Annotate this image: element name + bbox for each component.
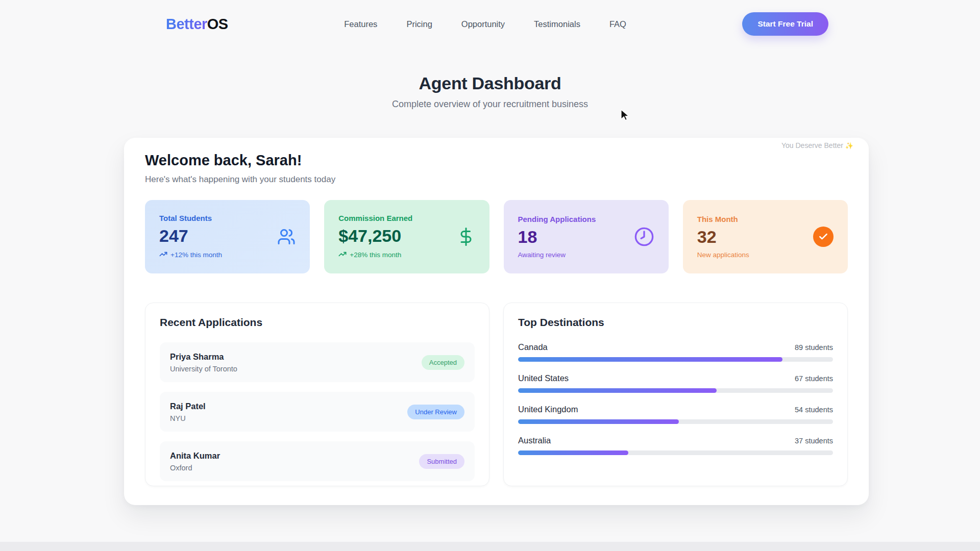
stat-sub: New applications bbox=[697, 251, 749, 259]
stat-label: Total Students bbox=[159, 214, 222, 222]
top-nav: BetterOS Features Pricing Opportunity Te… bbox=[0, 0, 980, 48]
applicant-school: NYU bbox=[170, 414, 206, 422]
nav-features[interactable]: Features bbox=[344, 19, 377, 29]
hero-section: Agent Dashboard Complete overview of you… bbox=[0, 73, 980, 110]
tagline: You Deserve Better ✨ bbox=[781, 141, 853, 149]
stat-sub: +28% this month bbox=[338, 250, 412, 260]
applicant-name: Anita Kumar bbox=[170, 451, 220, 461]
destination-country: Canada bbox=[518, 342, 548, 352]
nav-opportunity[interactable]: Opportunity bbox=[461, 19, 505, 29]
progress-track bbox=[518, 388, 833, 393]
destination-count: 37 students bbox=[795, 437, 833, 445]
trending-up-icon bbox=[159, 250, 167, 260]
application-row: Anita Kumar Oxford Submitted bbox=[160, 441, 475, 481]
stat-label: This Month bbox=[697, 215, 749, 223]
progress-fill bbox=[518, 357, 782, 362]
application-row: Raj Patel NYU Under Review bbox=[160, 392, 475, 432]
welcome-subtitle: Here's what's happening with your studen… bbox=[145, 174, 848, 185]
stat-card-this-month: This Month 32 New applications bbox=[683, 200, 848, 273]
main-nav: Features Pricing Opportunity Testimonial… bbox=[344, 19, 626, 29]
tagline-text: You Deserve Better bbox=[781, 141, 843, 149]
top-destinations-title: Top Destinations bbox=[518, 316, 833, 329]
nav-faq[interactable]: FAQ bbox=[609, 19, 626, 29]
check-circle-icon bbox=[813, 227, 834, 247]
application-row: Priya Sharma University of Toronto Accep… bbox=[160, 342, 475, 382]
panels-row: Recent Applications Priya Sharma Univers… bbox=[145, 303, 848, 486]
progress-fill bbox=[518, 450, 628, 455]
destination-count: 89 students bbox=[795, 343, 833, 352]
progress-fill bbox=[518, 388, 717, 393]
welcome-title: Welcome back, Sarah! bbox=[145, 152, 848, 169]
destination-country: Australia bbox=[518, 436, 551, 445]
applicant-name: Priya Sharma bbox=[170, 352, 237, 362]
progress-fill bbox=[518, 419, 679, 424]
stat-sub: Awaiting review bbox=[518, 251, 596, 259]
stat-value: 32 bbox=[697, 227, 749, 247]
stat-value: 18 bbox=[518, 227, 596, 247]
nav-testimonials[interactable]: Testimonials bbox=[534, 19, 580, 29]
dollar-icon bbox=[457, 228, 475, 246]
status-badge: Under Review bbox=[407, 405, 464, 419]
stat-sub: +12% this month bbox=[159, 250, 222, 260]
status-badge: Submitted bbox=[419, 454, 464, 469]
page-title: Agent Dashboard bbox=[0, 73, 980, 93]
destination-row: United Kingdom 54 students bbox=[518, 405, 833, 424]
sparkles-icon: ✨ bbox=[845, 142, 853, 149]
top-destinations-panel: Top Destinations Canada 89 students Unit… bbox=[503, 303, 848, 486]
stat-card-pending: Pending Applications 18 Awaiting review bbox=[504, 200, 669, 273]
progress-track bbox=[518, 450, 833, 455]
destination-country: United States bbox=[518, 373, 569, 383]
page-subtitle: Complete overview of your recruitment bu… bbox=[0, 99, 980, 110]
destination-row: Canada 89 students bbox=[518, 342, 833, 362]
dashboard-card: You Deserve Better ✨ Welcome back, Sarah… bbox=[124, 138, 869, 505]
nav-pricing[interactable]: Pricing bbox=[406, 19, 432, 29]
stat-value: $47,250 bbox=[338, 226, 412, 246]
start-free-trial-button[interactable]: Start Free Trial bbox=[742, 12, 828, 36]
mouse-cursor bbox=[620, 109, 632, 122]
clock-icon bbox=[634, 227, 654, 247]
status-badge: Accepted bbox=[422, 355, 464, 370]
recent-applications-title: Recent Applications bbox=[160, 316, 475, 329]
stat-card-total-students: Total Students 247 +12% this month bbox=[145, 200, 310, 273]
destination-row: United States 67 students bbox=[518, 373, 833, 393]
stat-label: Pending Applications bbox=[518, 215, 596, 223]
applicant-school: University of Toronto bbox=[170, 365, 237, 373]
destination-count: 54 students bbox=[795, 406, 833, 414]
trending-up-icon bbox=[338, 250, 347, 260]
recent-applications-panel: Recent Applications Priya Sharma Univers… bbox=[145, 303, 489, 486]
destination-country: United Kingdom bbox=[518, 405, 578, 414]
stat-label: Commission Earned bbox=[338, 214, 412, 222]
destination-row: Australia 37 students bbox=[518, 436, 833, 455]
destination-count: 67 students bbox=[795, 374, 833, 383]
logo-os: OS bbox=[207, 16, 228, 32]
logo[interactable]: BetterOS bbox=[166, 16, 228, 33]
bottom-band bbox=[0, 542, 980, 551]
stat-value: 247 bbox=[159, 226, 222, 246]
users-icon bbox=[277, 228, 296, 246]
stats-row: Total Students 247 +12% this month Commi… bbox=[145, 200, 848, 273]
logo-better: Better bbox=[166, 16, 207, 32]
applicant-school: Oxford bbox=[170, 464, 220, 472]
progress-track bbox=[518, 419, 833, 424]
applicant-name: Raj Patel bbox=[170, 402, 206, 411]
progress-track bbox=[518, 357, 833, 362]
stat-card-commission: Commission Earned $47,250 +28% this mont… bbox=[324, 200, 489, 273]
